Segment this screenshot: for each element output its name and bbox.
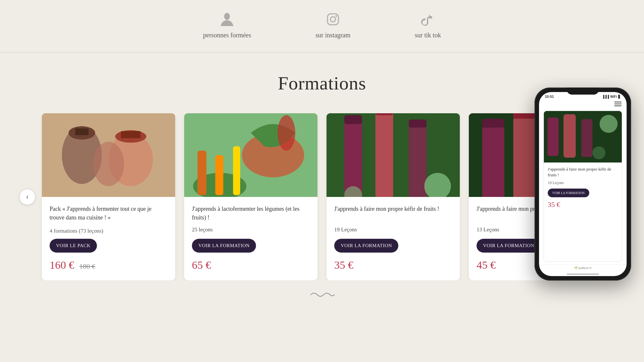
phone-card-title: J'apprends à faire mon propre kéfir de f…	[548, 166, 618, 178]
stats-bar: personnes formées sur instagram sur tik …	[0, 0, 644, 52]
bottom-squiggle	[0, 280, 644, 306]
card-pack-title: Pack « J'apprends à fermenter tout ce qu…	[50, 205, 167, 223]
phone-footer: 🌱 petillium.fr	[539, 264, 627, 272]
svg-rect-23	[375, 113, 393, 115]
instagram-icon	[323, 10, 343, 29]
phone-home-bar	[567, 274, 599, 275]
svg-rect-30	[482, 119, 504, 128]
phone-screen: 10:51 ▐▐▐ WiFi ▋	[539, 92, 627, 276]
card-kefir-title: J'apprends à faire mon propre kéfir de f…	[334, 205, 452, 222]
card-lacto-image	[184, 113, 317, 197]
card-pack-price-original: 180 €	[80, 262, 96, 270]
svg-rect-1	[327, 14, 338, 25]
card-pack-price: 160 €	[50, 259, 74, 271]
svg-rect-16	[233, 146, 240, 195]
card-pack-price-row: 160 € 180 €	[50, 259, 167, 271]
stat-tiktok: sur tik tok	[415, 10, 441, 39]
svg-point-46	[592, 146, 605, 159]
svg-point-2	[330, 17, 336, 22]
svg-rect-10	[121, 131, 141, 138]
card-pack-btn[interactable]: VOIR LE PACK	[50, 239, 97, 253]
card-lacto-content: J'apprends à lactofermenter les légumes …	[184, 197, 317, 280]
card-kefir-content: J'apprends à faire mon propre kéfir de f…	[327, 197, 460, 280]
battery-icon: ▋	[618, 95, 621, 98]
phone-time: 10:51	[545, 95, 554, 98]
card-kefir-lessons: 19 Leçons	[334, 227, 452, 233]
phone-card-image	[544, 111, 622, 162]
svg-rect-22	[375, 113, 393, 197]
formations-section: Formations ‹	[0, 53, 644, 332]
svg-rect-32	[513, 113, 538, 119]
phone-card-price: 35 €	[548, 200, 618, 209]
svg-rect-31	[513, 115, 538, 197]
svg-point-3	[336, 15, 337, 17]
card-lacto-price: 65 €	[192, 259, 310, 271]
stat-personnes: personnes formées	[203, 10, 251, 39]
svg-rect-42	[547, 117, 559, 156]
svg-rect-21	[344, 115, 362, 124]
card-kombucha-btn[interactable]: VOIR LA FORMATION	[477, 239, 541, 253]
stat-tiktok-label: sur tik tok	[415, 32, 441, 39]
svg-rect-44	[581, 119, 592, 157]
svg-point-45	[600, 115, 618, 133]
svg-rect-15	[215, 155, 223, 195]
card-kefir-btn[interactable]: VOIR LA FORMATION	[334, 239, 398, 253]
card-pack-subtitle: 4 formations (73 leçons)	[50, 228, 167, 234]
cards-container: Pack « J'apprends à fermenter tout ce qu…	[35, 113, 609, 280]
svg-point-11	[93, 142, 124, 186]
card-kefir: J'apprends à faire mon propre kéfir de f…	[327, 113, 460, 280]
card-lacto-btn[interactable]: VOIR LA FORMATION	[192, 239, 256, 253]
svg-point-0	[224, 13, 230, 20]
phone-card-btn[interactable]: VOIR LA FORMATION	[548, 189, 589, 197]
card-pack-content: Pack « J'apprends à fermenter tout ce qu…	[42, 197, 175, 280]
svg-rect-25	[409, 120, 426, 128]
svg-rect-43	[564, 114, 576, 158]
phone-footer-text: 🌱 petillium.fr	[574, 266, 592, 270]
person-icon	[217, 10, 237, 29]
phone-notch	[567, 88, 599, 95]
stat-instagram-label: sur instagram	[316, 32, 350, 39]
card-kefir-image	[327, 113, 460, 197]
wifi-icon: WiFi	[610, 95, 617, 98]
svg-rect-29	[482, 124, 504, 197]
card-lacto: J'apprends à lactofermenter les légumes …	[184, 113, 317, 280]
signal-icon: ▐▐▐	[602, 95, 609, 98]
svg-rect-20	[344, 120, 362, 197]
svg-rect-24	[409, 124, 426, 197]
card-pack-image	[42, 113, 175, 197]
card-lacto-title: J'apprends à lactofermenter les légumes …	[192, 205, 310, 222]
svg-rect-7	[75, 128, 89, 135]
card-lacto-lessons: 25 leçons	[192, 227, 310, 233]
phone-status-icons: ▐▐▐ WiFi ▋	[602, 95, 621, 98]
phone-mockup: 10:51 ▐▐▐ WiFi ▋	[535, 88, 631, 281]
hamburger-icon[interactable]	[614, 102, 621, 106]
carousel-wrapper: ‹	[0, 113, 644, 280]
stat-personnes-label: personnes formées	[203, 32, 251, 39]
phone-card: J'apprends à faire mon propre kéfir de f…	[544, 111, 622, 262]
phone-card-lessons: 19 Leçons	[548, 181, 618, 185]
tiktok-icon	[418, 10, 438, 29]
stat-instagram: sur instagram	[316, 10, 350, 39]
carousel-prev-button[interactable]: ‹	[19, 189, 35, 205]
card-kefir-price: 35 €	[334, 259, 452, 271]
svg-rect-14	[197, 151, 206, 195]
svg-point-18	[278, 115, 295, 151]
phone-card-content: J'apprends à faire mon propre kéfir de f…	[544, 162, 622, 213]
phone-nav	[539, 100, 627, 108]
card-pack: Pack « J'apprends à fermenter tout ce qu…	[42, 113, 175, 280]
